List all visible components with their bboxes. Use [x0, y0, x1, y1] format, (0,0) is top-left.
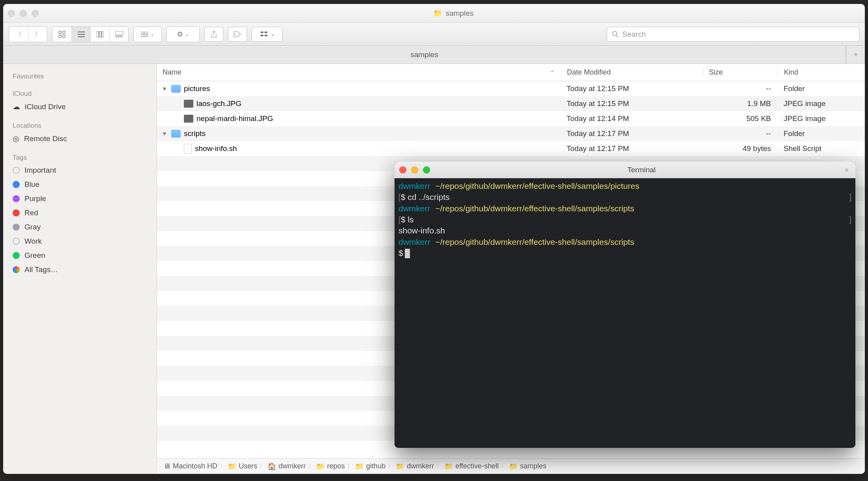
finder-toolbar: 〈 〉 ⌄ ⚙︎ ⌄: [3, 23, 865, 46]
file-size: --: [703, 84, 778, 93]
sidebar-item-remote-disc[interactable]: ◎ Remote Disc: [3, 131, 157, 146]
terminal-zoom-button[interactable]: [423, 166, 430, 173]
path-separator: 〉: [436, 463, 442, 470]
path-segment[interactable]: Macintosh HD: [173, 462, 217, 470]
disclosure-triangle[interactable]: ▼: [162, 131, 168, 137]
file-name: nepal-mardi-himal.JPG: [196, 114, 273, 123]
search-icon: [612, 31, 619, 38]
sidebar-tag-gray[interactable]: Gray: [3, 220, 157, 234]
file-size: --: [703, 129, 778, 138]
view-buttons: [52, 26, 129, 42]
group-button[interactable]: ⌄: [134, 27, 161, 42]
action-button-wrap: ⚙︎ ⌄: [166, 26, 200, 42]
finder-titlebar: 📁 samples: [3, 4, 865, 23]
terminal-window: Terminal ≡ dwmkerr ~/repos/github/dwmker…: [395, 162, 855, 448]
file-name: laos-gch.JPG: [196, 99, 241, 108]
terminal-menu-icon[interactable]: ≡: [845, 167, 848, 173]
path-segment[interactable]: samples: [520, 462, 546, 470]
sidebar-tag-red[interactable]: Red: [3, 206, 157, 220]
nav-buttons: 〈 〉: [9, 26, 47, 42]
sidebar-section-icloud: iCloud: [3, 88, 157, 99]
path-segment[interactable]: github: [366, 462, 385, 470]
traffic-lights: [8, 10, 39, 17]
gallery-view-button[interactable]: [109, 27, 128, 42]
share-button[interactable]: [204, 27, 223, 42]
path-segment[interactable]: Users: [239, 462, 257, 470]
sidebar-tag-blue[interactable]: Blue: [3, 177, 157, 192]
svg-rect-0: [59, 31, 61, 34]
close-button[interactable]: [8, 10, 15, 17]
path-segment[interactable]: effective-shell: [455, 462, 499, 470]
terminal-title: Terminal: [438, 166, 845, 174]
search-field[interactable]: Search: [607, 27, 859, 42]
tag-icon: [234, 31, 241, 37]
column-kind[interactable]: Kind: [778, 68, 865, 76]
path-separator: 〉: [388, 463, 393, 470]
svg-rect-13: [120, 36, 122, 37]
column-headers: Name⌃ Date Modified Size Kind: [157, 64, 865, 81]
terminal-close-button[interactable]: [399, 166, 406, 173]
folder-icon: [171, 130, 181, 138]
tags-button[interactable]: [228, 27, 247, 42]
disc-icon: ◎: [13, 134, 19, 143]
cloud-icon: ☁︎: [13, 102, 20, 111]
column-view-button[interactable]: [90, 27, 109, 42]
sidebar-tag-important[interactable]: Important: [3, 163, 157, 177]
file-date: Today at 12:15 PM: [561, 99, 703, 108]
sidebar-tag-all[interactable]: All Tags…: [3, 263, 157, 277]
sidebar-tag-purple[interactable]: Purple: [3, 192, 157, 206]
disclosure-triangle[interactable]: ▼: [162, 86, 168, 92]
file-kind: JPEG image: [778, 114, 865, 123]
sidebar-tag-work[interactable]: Work: [3, 234, 157, 248]
minimize-button[interactable]: [20, 10, 27, 17]
terminal-body[interactable]: dwmkerr ~/repos/github/dwmkerr/effective…: [395, 178, 855, 448]
sidebar-tag-green[interactable]: Green: [3, 248, 157, 263]
new-tab-button[interactable]: ＋: [846, 46, 865, 63]
dropbox-button[interactable]: ⌄: [252, 27, 282, 42]
column-size[interactable]: Size: [703, 68, 778, 76]
file-row[interactable]: show-info.shToday at 12:17 PM49 bytesShe…: [157, 141, 865, 156]
svg-rect-2: [59, 35, 61, 37]
forward-button[interactable]: 〉: [28, 27, 47, 42]
svg-rect-9: [102, 31, 104, 37]
path-icon: 📁: [355, 462, 364, 471]
file-row[interactable]: nepal-mardi-himal.JPGToday at 12:14 PM50…: [157, 111, 865, 126]
file-date: Today at 12:17 PM: [561, 129, 703, 138]
svg-rect-8: [99, 31, 101, 37]
svg-rect-16: [141, 35, 144, 37]
file-date: Today at 12:15 PM: [561, 84, 703, 93]
column-date[interactable]: Date Modified: [561, 68, 703, 76]
zoom-button[interactable]: [32, 10, 39, 17]
image-icon: [184, 115, 193, 123]
folder-icon: 📁: [433, 9, 443, 18]
path-icon: 🖥: [163, 462, 170, 470]
svg-rect-12: [118, 36, 120, 37]
sidebar-item-icloud-drive[interactable]: ☁︎ iCloud Drive: [3, 99, 157, 114]
sidebar-section-tags: Tags: [3, 151, 157, 163]
path-icon: 🏠: [268, 462, 276, 471]
dropbox-icon: [260, 31, 268, 38]
path-icon: 📁: [444, 462, 453, 471]
file-row[interactable]: ▼picturesToday at 12:15 PM--Folder: [157, 81, 865, 96]
path-icon: 📁: [396, 462, 404, 471]
tab-samples[interactable]: samples: [3, 46, 846, 63]
file-size: 1.9 MB: [703, 99, 778, 108]
terminal-titlebar: Terminal ≡: [395, 162, 855, 178]
column-name[interactable]: Name⌃: [157, 68, 561, 76]
search-placeholder: Search: [622, 30, 646, 39]
path-segment[interactable]: repos: [327, 462, 345, 470]
terminal-minimize-button[interactable]: [411, 166, 418, 173]
svg-point-19: [613, 31, 617, 35]
icon-view-button[interactable]: [52, 27, 71, 42]
path-segment[interactable]: dwmkerr: [407, 462, 434, 470]
file-row[interactable]: ▼scriptsToday at 12:17 PM--Folder: [157, 126, 865, 141]
action-button[interactable]: ⚙︎ ⌄: [167, 27, 199, 42]
list-view-button[interactable]: [71, 27, 90, 42]
back-button[interactable]: 〈: [9, 27, 28, 42]
path-separator: 〉: [308, 463, 314, 470]
svg-line-20: [616, 35, 618, 37]
file-row[interactable]: laos-gch.JPGToday at 12:15 PM1.9 MBJPEG …: [157, 96, 865, 111]
svg-rect-10: [115, 31, 123, 35]
path-segment[interactable]: dwmkerr: [279, 462, 306, 470]
file-kind: Folder: [778, 84, 865, 93]
